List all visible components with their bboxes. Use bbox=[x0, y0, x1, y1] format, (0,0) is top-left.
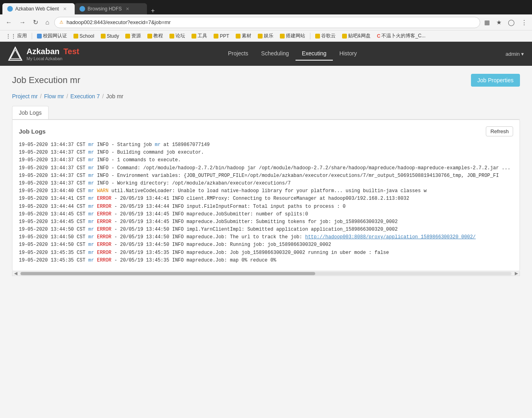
bookmark-google-cloud-label: 谷歌云 bbox=[321, 32, 336, 39]
nav-executing[interactable]: Executing bbox=[296, 47, 333, 61]
app-header: Azkaban Test My Local Azkaban Projects S… bbox=[0, 42, 532, 66]
bookmark-forum[interactable]: 论坛 bbox=[167, 32, 188, 40]
admin-menu[interactable]: admin ▾ bbox=[506, 51, 524, 57]
nav-projects[interactable]: Projects bbox=[222, 47, 255, 61]
azkaban-logo-icon bbox=[8, 47, 22, 61]
breadcrumb: Project mr / Flow mr / Execution 7 / Job… bbox=[12, 93, 520, 99]
home-button[interactable]: ⌂ bbox=[43, 17, 52, 28]
bookmark-resources[interactable]: 资源 bbox=[123, 32, 143, 40]
job-properties-button[interactable]: Job Properties bbox=[471, 74, 520, 87]
tab-title-azkaban: Azkaban Web Client bbox=[15, 6, 59, 12]
forward-button[interactable]: → bbox=[17, 17, 28, 28]
app-name: Azkaban Test bbox=[26, 47, 79, 56]
tab-container: Job Logs bbox=[12, 106, 520, 120]
log-line: 19-05-2020 13:44:37 CST mr INFO - Starti… bbox=[19, 141, 513, 149]
bookmark-resources-icon bbox=[125, 34, 130, 39]
bookmark-study[interactable]: Study bbox=[98, 32, 122, 40]
log-section-title: Job Logs bbox=[19, 128, 46, 135]
tab-azkaban[interactable]: Azkaban Web Client ✕ bbox=[2, 3, 75, 14]
bookmark-ppt[interactable]: PPT bbox=[211, 32, 231, 40]
bookmark-google-cloud[interactable]: 谷歌云 bbox=[313, 32, 338, 40]
new-tab-button[interactable]: + bbox=[147, 7, 159, 14]
bookmark-entertainment[interactable]: 娱乐 bbox=[255, 32, 276, 40]
bookmark-campus[interactable]: 校园网认证 bbox=[35, 32, 69, 40]
bookmark-resources-label: 资源 bbox=[131, 32, 141, 39]
bookmark-tutorials-icon bbox=[147, 34, 152, 39]
bookmark-ppt-icon bbox=[214, 34, 218, 39]
scrollbar-track bbox=[20, 272, 512, 275]
breadcrumb-sep3: / bbox=[102, 93, 104, 99]
bookmark-forum-icon bbox=[169, 34, 174, 39]
tab-hdfs[interactable]: Browsing HDFS ✕ bbox=[75, 3, 147, 14]
log-line: 19-05-2020 13:44:37 CST mr INFO - Enviro… bbox=[19, 172, 513, 180]
bookmark-materials-label: 素材 bbox=[242, 32, 251, 39]
bookmark-tieba[interactable]: 贴吧&网盘 bbox=[340, 32, 373, 40]
breadcrumb-flow-link[interactable]: Flow mr bbox=[44, 93, 64, 99]
tab-close-azkaban[interactable]: ✕ bbox=[63, 6, 67, 12]
profile-button[interactable]: ◯ bbox=[506, 17, 516, 28]
tab-title-hdfs: Browsing HDFS bbox=[88, 6, 122, 12]
bookmark-build-site-icon bbox=[280, 34, 285, 39]
bookmark-tools-icon bbox=[192, 34, 196, 39]
menu-button[interactable]: ⋮ bbox=[520, 17, 529, 28]
scroll-right-arrow[interactable]: ▶ bbox=[513, 271, 520, 276]
lock-icon: ⚠ bbox=[59, 20, 63, 25]
log-link[interactable]: http://hadoop003:8088/proxy/application_… bbox=[305, 234, 476, 240]
breadcrumb-project-link[interactable]: Project mr bbox=[12, 93, 38, 99]
bookmark-blog[interactable]: C 不温卜火的博客_C... bbox=[375, 32, 428, 40]
bookmark-tieba-label: 贴吧&网盘 bbox=[348, 32, 371, 39]
bookmark-materials[interactable]: 素材 bbox=[233, 32, 254, 40]
refresh-logs-button[interactable]: Refresh bbox=[486, 126, 513, 136]
app-subtitle: My Local Azkaban bbox=[26, 56, 79, 61]
bookmark-study-icon bbox=[101, 34, 106, 39]
breadcrumb-flow-name: mr bbox=[57, 93, 64, 99]
refresh-button[interactable]: ↻ bbox=[31, 17, 41, 28]
bookmark-ppt-label: PPT bbox=[220, 33, 229, 39]
bookmark-apps[interactable]: ⋮⋮ 应用 bbox=[3, 32, 29, 40]
log-line: 19-05-2020 13:44:41 CST mr ERROR - 20/05… bbox=[19, 195, 513, 203]
bookmark-build-site[interactable]: 搭建网站 bbox=[277, 32, 308, 40]
log-line: 19-05-2020 13:44:37 CST mr INFO - Workin… bbox=[19, 180, 513, 187]
job-logs-tab[interactable]: Job Logs bbox=[12, 106, 49, 119]
scrollbar-thumb[interactable] bbox=[20, 272, 315, 275]
bookmark-entertainment-icon bbox=[258, 34, 263, 39]
log-line: 19-05-2020 13:44:50 CST mr ERROR - 20/05… bbox=[19, 226, 513, 233]
log-line: 19-05-2020 13:44:45 CST mr ERROR - 20/05… bbox=[19, 211, 513, 218]
back-button[interactable]: ← bbox=[3, 17, 14, 28]
bookmark-school-icon bbox=[73, 34, 78, 39]
breadcrumb-project-name: mr bbox=[31, 93, 37, 99]
log-line: 19-05-2020 13:44:44 CST mr ERROR - 20/05… bbox=[19, 203, 513, 211]
tab-icon-hdfs bbox=[79, 6, 85, 12]
bookmark-google-cloud-icon bbox=[315, 34, 320, 39]
bookmark-forum-label: 论坛 bbox=[175, 32, 185, 39]
scroll-left-arrow[interactable]: ◀ bbox=[12, 271, 19, 276]
bookmark-materials-icon bbox=[236, 34, 241, 39]
bookmark-tutorials[interactable]: 教程 bbox=[145, 32, 165, 40]
log-line: 19-05-2020 13:44:37 CST mr INFO - 1 comm… bbox=[19, 156, 513, 164]
tab-close-hdfs[interactable]: ✕ bbox=[126, 6, 129, 12]
screenshot-button[interactable]: ▦ bbox=[483, 17, 491, 28]
horizontal-scrollbar[interactable]: ◀ ▶ bbox=[12, 271, 520, 276]
nav-icons: ▦ ★ ◯ ⋮ bbox=[483, 17, 529, 28]
app-test-label: Test bbox=[63, 47, 79, 56]
breadcrumb-execution-id: 7 bbox=[97, 93, 100, 99]
address-bar[interactable]: ⚠ hadoop002:8443/executor?execid=7&job=m… bbox=[54, 17, 480, 28]
breadcrumb-sep2: / bbox=[66, 93, 68, 99]
log-container: Job Logs Refresh 19-05-2020 13:44:37 CST… bbox=[12, 120, 520, 271]
tab-icon-azkaban bbox=[7, 6, 13, 12]
breadcrumb-job-label: Job bbox=[106, 93, 115, 99]
bookmark-tools-label: 工具 bbox=[198, 32, 207, 39]
bookmark-tieba-icon bbox=[342, 34, 347, 39]
app-name-text: Azkaban bbox=[26, 47, 59, 56]
breadcrumb-job-name: mr bbox=[117, 93, 123, 99]
bookmark-tools[interactable]: 工具 bbox=[189, 32, 210, 40]
bookmark-school[interactable]: School bbox=[71, 32, 97, 40]
bookmark-star-button[interactable]: ★ bbox=[495, 17, 503, 28]
nav-history[interactable]: History bbox=[333, 47, 363, 61]
breadcrumb-flow-label: Flow bbox=[44, 93, 56, 99]
breadcrumb-execution-link[interactable]: Execution 7 bbox=[70, 93, 100, 99]
nav-scheduling[interactable]: Scheduling bbox=[255, 47, 295, 61]
page-content: Job Execution mr Job Properties Project … bbox=[0, 66, 532, 284]
app-logo: Azkaban Test My Local Azkaban bbox=[8, 47, 79, 61]
log-line: 19-05-2020 13:44:45 CST mr ERROR - 20/05… bbox=[19, 218, 513, 226]
